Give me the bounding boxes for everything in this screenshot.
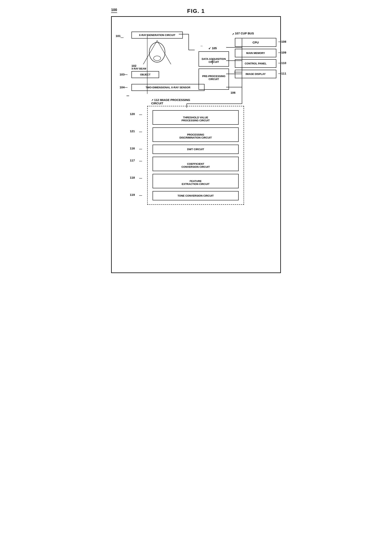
label-104-dash: —: [125, 86, 127, 89]
outer-box: 101 — X-RAY GENERATION CIRCUIT: [111, 16, 281, 273]
label-119: 119: [130, 193, 135, 196]
label-103-dash: —: [125, 73, 127, 76]
cpu-box: CPU: [235, 38, 276, 47]
xray-gen-box: X-RAY GENERATION CIRCUIT: [132, 32, 183, 39]
label-117: 117: [130, 159, 135, 162]
label-106: 106: [231, 91, 235, 94]
sensor-row: 104 — TWO-DIMENSIONAL X-RAY SENSOR: [120, 84, 199, 91]
dwt-box: DWT CIRCUIT: [153, 145, 239, 154]
dashed-box: 120 — THRESHOLD VALUE PROCESSING CIRCUIT…: [147, 106, 244, 205]
label-108: —108: [278, 40, 286, 43]
feature-box: FEATURE EXTRACTION CIRCUIT: [153, 174, 239, 188]
svg-point-19: [154, 56, 161, 61]
label-120: 120: [130, 112, 135, 116]
sensor-box: TWO-DIMENSIONAL X-RAY SENSOR: [132, 84, 204, 91]
img-display-row: IMAGE DISPLAY —111: [235, 70, 276, 78]
main-mem-row: MAIN MEMORY —109: [235, 49, 276, 57]
label-101: 101: [116, 34, 121, 37]
left-column: 101 — X-RAY GENERATION CIRCUIT: [116, 21, 199, 91]
proc-discrim-row: 121 — PROCESSING DISCRIMINATION CIRCUIT: [153, 127, 239, 142]
top-area: 101 — X-RAY GENERATION CIRCUIT: [116, 21, 276, 91]
label-102: 102 X-RAY BEAM: [132, 64, 146, 70]
label-109: —109: [278, 51, 286, 54]
page: 100 FIG. 1: [107, 4, 285, 277]
ctrl-panel-row: CONTROL PANEL —110: [235, 59, 276, 68]
ctrl-panel-box: CONTROL PANEL: [235, 59, 276, 68]
label-110: —110: [278, 61, 286, 65]
label-121-dash: —: [139, 130, 142, 133]
label-103: 103: [120, 73, 125, 76]
cpu-bus-label: ↗ 107 CUP BUS: [235, 32, 276, 35]
img-proc-label: ↗ 112 IMAGE PROCESSING CIRCUIT: [151, 95, 276, 105]
img-display-box: IMAGE DISPLAY: [235, 70, 276, 78]
pre-proc-box: PRE-PROCESSING CIRCUIT 106: [199, 69, 229, 90]
diagram-number: 100: [111, 8, 117, 13]
main-mem-box: MAIN MEMORY: [235, 49, 276, 57]
label-116-dash: —: [139, 147, 142, 151]
label-111: —111: [278, 72, 286, 75]
svg-point-18: [149, 43, 165, 62]
cpu-row: CPU —108: [235, 38, 276, 47]
right-column: ↗ 107 CUP BUS CPU —108 MAIN MEMORY —109: [229, 21, 276, 91]
label-117-dash: —: [139, 159, 142, 163]
object-row: 103 — OBJECT: [120, 71, 199, 78]
image-processing-section: ↗ 112 IMAGE PROCESSING CIRCUIT 120 — THR…: [132, 95, 276, 205]
label-104: 104: [120, 86, 125, 89]
figure-title: FIG. 1: [111, 8, 281, 14]
threshold-row: 120 — THRESHOLD VALUE PROCESSING CIRCUIT: [153, 110, 239, 125]
dwt-row: 116 — DWT CIRCUIT: [153, 145, 239, 154]
coeff-box: COEFFICIENT CONVERSION CIRCUIT: [153, 157, 239, 171]
object-box: OBJECT: [132, 71, 159, 78]
svg-line-16: [143, 41, 157, 64]
svg-line-17: [157, 41, 171, 64]
xray-beam-area: 102 X-RAY BEAM: [132, 39, 183, 70]
proc-discrim-box: PROCESSING DISCRIMINATION CIRCUIT: [153, 127, 239, 142]
label-118-dash: —: [139, 176, 142, 180]
label-101-dash: —: [121, 36, 124, 39]
label-120-dash: —: [139, 113, 142, 116]
threshold-box: THRESHOLD VALUE PROCESSING CIRCUIT: [153, 110, 239, 125]
data-acq-box: DATA ACQUISITION CIRCUIT: [199, 51, 229, 67]
feature-row: 118 — FEATURE EXTRACTION CIRCUIT: [153, 174, 239, 188]
coeff-row: 117 — COEFFICIENT CONVERSION CIRCUIT: [153, 157, 239, 171]
label-121: 121: [130, 130, 135, 133]
tone-row: 119 — TONE CONVERSION CIRCUIT: [153, 191, 239, 200]
label-119-dash: —: [139, 194, 142, 197]
tone-box: TONE CONVERSION CIRCUIT: [153, 191, 239, 200]
label-105: ↙ 105: [209, 46, 217, 50]
label-116: 116: [130, 147, 135, 150]
middle-column: ↙ 105 DATA ACQUISITION CIRCUIT PRE-PROCE…: [199, 21, 229, 91]
label-118: 118: [130, 176, 135, 179]
